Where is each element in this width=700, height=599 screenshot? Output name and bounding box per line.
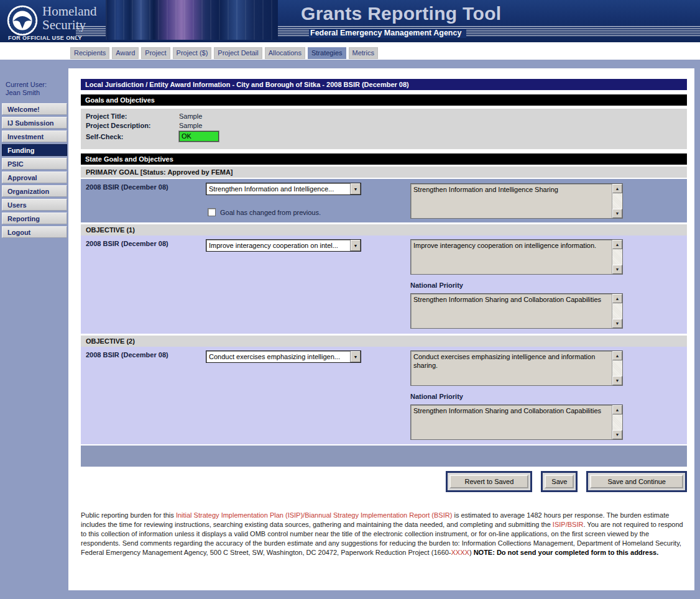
goal-changed-checkbox-label: Goal has changed from previous.	[220, 209, 321, 216]
sidebar-item-approval[interactable]: Approval	[2, 171, 67, 183]
scrollbar-track[interactable]	[612, 414, 622, 430]
dhs-seal-icon	[6, 4, 39, 37]
objective-1-national-priority-label: National Priority	[410, 281, 463, 289]
primary-goal-period-label: 2008 BSIR (December 08)	[86, 183, 168, 191]
tab-bar: Recipients Award Project Project ($) Pro…	[0, 42, 700, 60]
scroll-up-icon[interactable]: ▲	[612, 294, 622, 303]
save-button[interactable]: Save	[545, 475, 574, 488]
chevron-down-icon[interactable]: ▼	[350, 240, 361, 251]
scrollbar[interactable]: ▲ ▼	[612, 351, 622, 385]
scrollbar-track[interactable]	[612, 193, 622, 209]
tab-project-detail[interactable]: Project Detail	[214, 47, 262, 59]
action-buttons: Revert to Saved Save Save and Continue	[446, 471, 687, 492]
scroll-up-icon[interactable]: ▲	[612, 240, 622, 249]
scrollbar-track[interactable]	[612, 360, 622, 376]
objective-2-header: OBJECTIVE (2)	[81, 336, 687, 347]
app-subtitle: Federal Emergency Management Agency	[309, 29, 466, 38]
objective-2-row: 2008 BSIR (December 08) Conduct exercise…	[81, 347, 687, 444]
tab-recipients[interactable]: Recipients	[70, 47, 109, 59]
scrollbar[interactable]: ▲ ▼	[612, 405, 622, 439]
current-user-name: Jean Smith	[6, 89, 68, 97]
scrollbar[interactable]: ▲ ▼	[612, 294, 622, 328]
scrollbar[interactable]: ▲ ▼	[612, 184, 622, 218]
current-user-label: Current User:	[6, 81, 68, 89]
footer-text: )	[469, 549, 474, 556]
scroll-down-icon[interactable]: ▼	[612, 319, 622, 328]
objective-2-dropdown[interactable]: Conduct exercises emphasizing intelligen…	[206, 350, 361, 363]
save-and-continue-button[interactable]: Save and Continue	[590, 475, 683, 488]
primary-goal-dropdown-value: Strengthen Information and Intelligence.…	[206, 183, 350, 194]
footer-note: NOTE: Do not send your completed form to…	[474, 549, 659, 556]
sidebar-item-users[interactable]: Users	[2, 199, 67, 211]
primary-goal-row: 2008 BSIR (December 08) Strengthen Infor…	[81, 179, 687, 222]
footer-text: Public reporting burden for this	[81, 511, 176, 519]
isip-bsir-link[interactable]: Initial Strategy Implementation Plan (IS…	[176, 511, 453, 519]
objective-1-dropdown[interactable]: Improve interagency cooperation on intel…	[206, 239, 361, 252]
objective-1-header: OBJECTIVE (1)	[81, 224, 687, 235]
save-continue-button-frame: Save and Continue	[586, 471, 687, 492]
header-photo-collage	[106, 0, 278, 40]
scrollbar[interactable]: ▲ ▼	[612, 240, 622, 274]
scroll-up-icon[interactable]: ▲	[612, 405, 622, 414]
scroll-down-icon[interactable]: ▼	[612, 430, 622, 439]
sidebar-item-reporting[interactable]: Reporting	[2, 213, 67, 224]
objective-1-period-label: 2008 BSIR (December 08)	[86, 240, 168, 247]
project-title-value: Sample	[179, 112, 202, 120]
scrollbar-track[interactable]	[612, 249, 622, 265]
primary-goal-textarea[interactable]: Strengthen Information and Intelligence …	[410, 183, 623, 219]
brand-line1: Homeland	[42, 4, 96, 18]
save-button-frame: Save	[541, 471, 578, 492]
primary-goal-dropdown[interactable]: Strengthen Information and Intelligence.…	[206, 183, 361, 195]
sidebar-item-psic[interactable]: PSIC	[2, 158, 67, 170]
sidebar-item-ij-submission[interactable]: IJ Submission	[2, 117, 67, 129]
sidebar-item-welcome[interactable]: Welcome!	[2, 103, 67, 115]
tab-metrics[interactable]: Metrics	[349, 47, 378, 59]
objective-1-textarea[interactable]: Improve interagency cooperation on intel…	[410, 239, 623, 275]
scroll-up-icon[interactable]: ▲	[612, 351, 622, 360]
chevron-down-icon[interactable]: ▼	[350, 183, 361, 194]
scrollbar-track[interactable]	[612, 303, 622, 319]
chevron-down-icon[interactable]: ▼	[350, 351, 361, 362]
brand-wordmark: Homeland Security	[42, 4, 96, 32]
main-panel: Local Jurisdiction / Entity Award Inform…	[68, 68, 694, 590]
omb-number-link[interactable]: XXXX	[451, 549, 469, 556]
app-header: Homeland Security FOR OFFICIAL USE ONLY …	[0, 0, 700, 42]
objective-1-row: 2008 BSIR (December 08) Improve interage…	[81, 235, 687, 334]
scroll-down-icon[interactable]: ▼	[612, 265, 622, 274]
state-goals-section-header: State Goals and Objectives	[81, 153, 687, 165]
sidebar-item-funding[interactable]: Funding	[2, 144, 67, 156]
isip-bsir-short-link[interactable]: ISIP/BSIR	[553, 521, 584, 528]
tab-award[interactable]: Award	[112, 47, 139, 59]
paperwork-burden-notice: Public reporting burden for this Initial…	[81, 511, 687, 557]
primary-goal-header: PRIMARY GOAL [Status: Approved by FEMA]	[81, 167, 687, 178]
tab-project-dollars[interactable]: Project ($)	[173, 47, 212, 59]
sidebar-item-organization[interactable]: Organization	[2, 185, 67, 197]
self-check-status-field: OK	[179, 131, 219, 142]
revert-to-saved-button[interactable]: Revert to Saved	[449, 475, 528, 488]
goal-changed-checkbox[interactable]	[208, 208, 216, 216]
sidebar-item-investment[interactable]: Investment	[2, 130, 67, 142]
tab-strategies[interactable]: Strategies	[308, 47, 346, 59]
tab-allocations[interactable]: Allocations	[265, 47, 305, 59]
revert-button-frame: Revert to Saved	[446, 471, 532, 492]
objective-2-national-priority-label: National Priority	[410, 393, 463, 400]
scroll-up-icon[interactable]: ▲	[612, 184, 622, 193]
project-description-value: Sample	[179, 122, 202, 129]
objective-2-textarea[interactable]: Conduct exercises emphasizing intelligen…	[410, 350, 623, 386]
objective-2-national-priority-textarea[interactable]: Strengthen Information Sharing and Colla…	[410, 405, 623, 440]
sidebar: Current User: Jean Smith Welcome! IJ Sub…	[0, 60, 68, 240]
goals-section-header: Goals and Objectives	[81, 94, 687, 106]
project-info-box: Project Title: Sample Project Descriptio…	[81, 109, 687, 149]
project-description-label: Project Description:	[86, 122, 179, 129]
scroll-down-icon[interactable]: ▼	[612, 376, 622, 385]
official-use-label: FOR OFFICIAL USE ONLY	[8, 35, 82, 41]
tab-project[interactable]: Project	[141, 47, 170, 59]
scroll-down-icon[interactable]: ▼	[612, 209, 622, 218]
objective-1-national-priority-textarea[interactable]: Strengthen Information Sharing and Colla…	[410, 293, 623, 329]
objective-1-dropdown-value: Improve interagency cooperation on intel…	[206, 240, 350, 251]
brand-line2: Security	[42, 18, 96, 32]
current-user: Current User: Jean Smith	[6, 81, 68, 97]
page-title: Local Jurisdiction / Entity Award Inform…	[81, 79, 687, 90]
project-title-label: Project Title:	[86, 112, 179, 120]
sidebar-item-logout[interactable]: Logout	[2, 226, 67, 238]
